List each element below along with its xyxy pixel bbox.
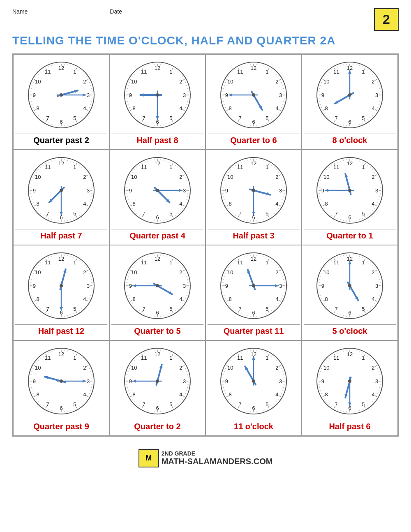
svg-text:10: 10: [323, 365, 329, 371]
clock-cell-12: 121234567891011 5 o'clock: [302, 245, 398, 340]
svg-text:11: 11: [141, 355, 147, 361]
svg-text:10: 10: [227, 174, 233, 180]
svg-point-987: [60, 379, 63, 383]
svg-text:6: 6: [60, 405, 62, 411]
clock-cell-16: 121234567891011 Half past 6: [302, 340, 398, 436]
svg-text:3: 3: [375, 283, 378, 289]
svg-text:11: 11: [45, 164, 51, 170]
clock-cell-8: 121234567891011 Quarter to 1: [302, 150, 398, 245]
svg-text:3: 3: [279, 378, 282, 384]
svg-text:8: 8: [229, 201, 232, 207]
clock-label-13: Quarter past 9: [15, 420, 107, 434]
footer-text: 2ND GRADE MATH-SALAMANDERS.COM: [162, 450, 273, 466]
svg-text:1: 1: [362, 69, 365, 75]
svg-text:2: 2: [372, 174, 374, 180]
svg-text:2: 2: [275, 269, 278, 275]
svg-text:1: 1: [169, 164, 172, 170]
svg-text:4: 4: [83, 201, 86, 207]
clock-cell-1: 121234567891011 Quarter past 2: [13, 54, 109, 150]
svg-text:1: 1: [362, 355, 365, 361]
svg-text:10: 10: [35, 269, 41, 275]
clock-label-3: Quarter to 6: [208, 134, 300, 148]
svg-text:10: 10: [131, 79, 137, 85]
footer-grade: 2ND GRADE: [162, 450, 195, 457]
svg-text:8: 8: [229, 105, 232, 111]
svg-text:9: 9: [321, 283, 324, 289]
svg-text:2: 2: [83, 269, 86, 275]
svg-text:7: 7: [335, 115, 338, 121]
svg-text:9: 9: [33, 378, 36, 384]
svg-text:12: 12: [155, 65, 160, 71]
svg-text:2: 2: [179, 174, 182, 180]
svg-text:12: 12: [155, 256, 160, 262]
clock-cell-15: 121234567891011 11 o'clock: [206, 340, 302, 436]
svg-point-531: [252, 189, 255, 192]
svg-text:6: 6: [252, 405, 255, 411]
clock-label-12: 5 o'clock: [304, 324, 396, 338]
svg-text:7: 7: [239, 401, 242, 407]
clock-face-1: 121234567891011: [24, 58, 98, 132]
svg-text:8: 8: [325, 296, 328, 302]
footer-site-text: ATH-SALAMANDERS.COM: [168, 457, 272, 466]
svg-text:11: 11: [333, 259, 339, 266]
svg-text:10: 10: [323, 174, 329, 180]
svg-text:11: 11: [333, 164, 339, 170]
svg-text:9: 9: [225, 378, 228, 384]
clock-face-10: 121234567891011: [120, 249, 194, 323]
clock-label-6: Quarter past 4: [111, 229, 203, 243]
svg-text:12: 12: [58, 256, 64, 262]
svg-point-1215: [348, 379, 351, 383]
svg-text:9: 9: [129, 187, 132, 194]
svg-text:9: 9: [321, 187, 324, 194]
svg-text:11: 11: [45, 259, 51, 266]
svg-text:7: 7: [46, 401, 49, 407]
clock-cell-5: 121234567891011 Half past 7: [13, 150, 109, 245]
svg-text:5: 5: [169, 401, 172, 407]
clock-face-7: 121234567891011: [217, 153, 291, 227]
svg-text:3: 3: [279, 283, 282, 289]
svg-text:11: 11: [45, 69, 51, 75]
svg-text:8: 8: [229, 391, 232, 398]
clock-cell-7: 121234567891011 Half past 3: [206, 150, 302, 245]
svg-text:12: 12: [251, 65, 256, 71]
svg-point-303: [348, 93, 351, 97]
svg-text:1: 1: [362, 259, 365, 266]
clock-label-4: 8 o'clock: [304, 134, 396, 148]
footer-logo-box: M: [139, 449, 159, 467]
svg-text:7: 7: [335, 401, 338, 407]
clock-face-2: 121234567891011: [120, 58, 194, 132]
svg-text:7: 7: [143, 115, 145, 121]
svg-text:10: 10: [131, 174, 137, 180]
clock-label-2: Half past 8: [111, 134, 203, 148]
svg-text:11: 11: [237, 355, 243, 361]
svg-text:7: 7: [143, 210, 145, 217]
svg-text:12: 12: [58, 65, 64, 71]
clock-cell-6: 121234567891011 Quarter past 4: [109, 150, 206, 245]
footer: M 2ND GRADE MATH-SALAMANDERS.COM: [12, 445, 399, 467]
svg-text:8: 8: [133, 105, 136, 111]
clock-cell-3: 121234567891011 Quarter to 6: [206, 54, 302, 150]
svg-text:4: 4: [179, 391, 182, 398]
clock-face-15: 121234567891011: [217, 344, 291, 418]
svg-text:5: 5: [169, 210, 172, 217]
svg-text:3: 3: [183, 378, 186, 384]
svg-text:5: 5: [362, 210, 365, 217]
svg-text:12: 12: [251, 160, 256, 167]
clock-face-13: 121234567891011: [24, 344, 98, 418]
svg-text:11: 11: [237, 164, 243, 170]
svg-text:7: 7: [46, 210, 49, 217]
svg-text:8: 8: [37, 296, 39, 302]
clock-face-6: 121234567891011: [120, 153, 194, 227]
clock-label-9: Half past 12: [15, 324, 107, 338]
clock-cell-2: 121234567891011 Half past 8: [109, 54, 206, 150]
svg-text:6: 6: [252, 310, 255, 316]
svg-text:1: 1: [266, 164, 268, 170]
svg-point-227: [252, 93, 255, 97]
svg-text:2: 2: [372, 365, 374, 371]
svg-text:4: 4: [179, 201, 182, 207]
svg-text:8: 8: [325, 391, 328, 398]
clock-cell-13: 121234567891011 Quarter past 9: [13, 340, 109, 436]
clock-face-9: 121234567891011: [24, 249, 98, 323]
svg-text:6: 6: [156, 214, 159, 220]
svg-text:11: 11: [333, 69, 339, 75]
